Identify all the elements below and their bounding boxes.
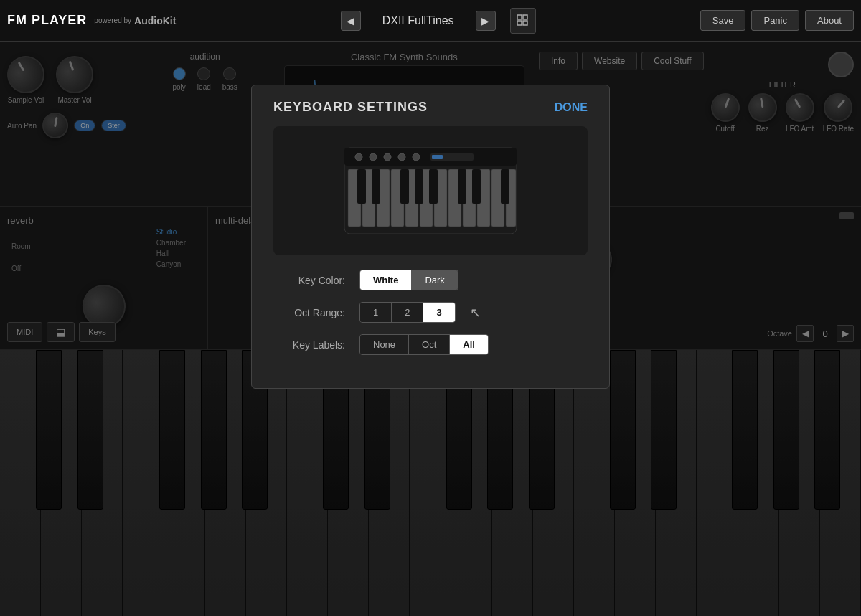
keyboard-illustration [273,126,588,255]
dialog-header: KEYBOARD SETTINGS DONE [273,100,588,115]
app-header: FM PLAYER powered by AudioKit ◀ DXII Ful… [0,0,861,42]
svg-rect-32 [472,169,481,204]
oct-range-1-option[interactable]: 1 [360,303,392,322]
dialog-title: KEYBOARD SETTINGS [273,100,428,115]
oct-range-label: Oct Range: [273,307,345,318]
audiokit-brand: AudioKit [134,15,176,27]
key-color-label: Key Color: [273,275,345,286]
preset-name: DXII FullTines [368,14,469,27]
oct-range-3-option[interactable]: 3 [423,303,454,322]
svg-rect-29 [415,169,423,204]
svg-rect-1 [523,15,527,19]
key-color-white-option[interactable]: White [360,270,412,290]
oct-range-setting: Oct Range: 1 2 3 ↖ [273,302,588,323]
svg-point-10 [398,153,405,161]
svg-rect-0 [517,15,522,19]
svg-rect-27 [372,169,380,204]
svg-rect-3 [523,21,527,25]
key-color-control[interactable]: White Dark [359,270,458,290]
key-labels-label: Key Labels: [273,339,345,351]
key-labels-control[interactable]: None Oct All [359,334,489,355]
svg-rect-30 [429,169,438,204]
about-button[interactable]: About [805,10,854,31]
panic-button[interactable]: Panic [751,10,799,31]
key-labels-setting: Key Labels: None Oct All [273,334,588,355]
preset-nav: ◀ DXII FullTines ▶ [341,8,536,34]
svg-rect-28 [400,169,409,204]
svg-rect-26 [357,169,366,204]
save-button[interactable]: Save [700,10,746,31]
key-color-dark-option[interactable]: Dark [412,270,457,290]
done-button[interactable]: DONE [555,101,588,114]
keyboard-illustration-svg [337,133,524,248]
main-area: Sample Vol Master Vol Auto Pan On Ster [0,42,861,616]
svg-point-7 [355,153,362,161]
key-labels-oct-option[interactable]: Oct [409,335,450,354]
oct-range-control[interactable]: 1 2 3 [359,302,456,323]
svg-rect-2 [517,21,522,25]
svg-point-8 [370,153,377,161]
cursor-indicator: ↖ [470,305,481,321]
svg-point-11 [413,153,420,161]
grid-icon-button[interactable] [510,8,536,34]
svg-rect-13 [432,155,443,159]
keyboard-settings-overlay: KEYBOARD SETTINGS DONE [0,42,861,616]
grid-icon [517,14,530,27]
oct-range-2-option[interactable]: 2 [392,303,423,322]
app-name-fm: FM PLAYER [7,13,87,28]
svg-rect-31 [458,169,466,204]
powered-by-label: powered by [94,16,131,24]
logo: FM PLAYER powered by AudioKit [7,13,176,28]
key-labels-none-option[interactable]: None [360,335,409,354]
header-right-controls: Save Panic About [700,10,854,31]
next-preset-button[interactable]: ▶ [476,11,496,31]
svg-rect-33 [501,169,509,204]
svg-point-9 [384,153,391,161]
key-color-setting: Key Color: White Dark [273,270,588,290]
keyboard-settings-dialog: KEYBOARD SETTINGS DONE [251,85,610,389]
key-labels-all-option[interactable]: All [450,335,488,354]
prev-preset-button[interactable]: ◀ [341,11,361,31]
